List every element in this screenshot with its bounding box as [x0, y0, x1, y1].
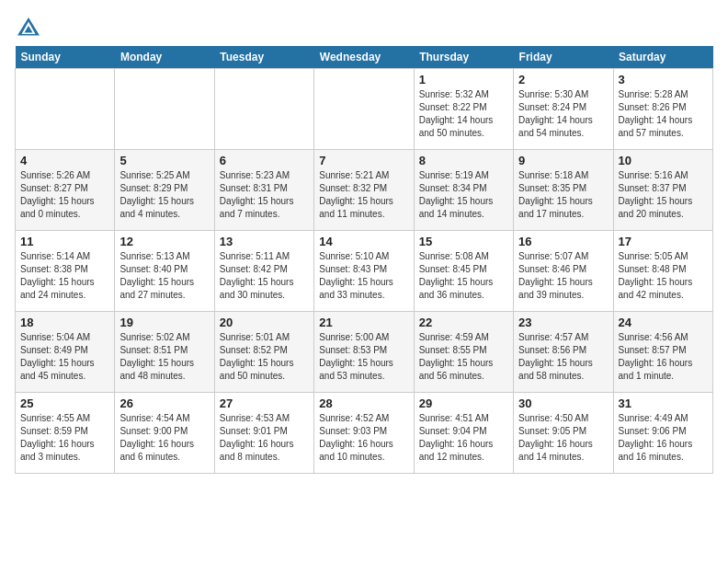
- day-number: 26: [119, 396, 209, 410]
- calendar-table: SundayMondayTuesdayWednesdayThursdayFrid…: [15, 46, 713, 474]
- weekday-monday: Monday: [115, 46, 214, 69]
- weekday-thursday: Thursday: [414, 46, 513, 69]
- logo: [15, 15, 46, 42]
- day-info: Sunrise: 4:59 AM Sunset: 8:55 PM Dayligh…: [419, 331, 508, 383]
- day-info: Sunrise: 5:01 AM Sunset: 8:52 PM Dayligh…: [220, 331, 309, 383]
- weekday-tuesday: Tuesday: [214, 46, 313, 69]
- calendar-cell: [314, 69, 414, 150]
- day-number: 29: [419, 396, 508, 410]
- calendar-cell: 11Sunrise: 5:14 AM Sunset: 8:38 PM Dayli…: [16, 231, 115, 312]
- day-number: 22: [419, 316, 508, 329]
- day-number: 31: [619, 396, 708, 410]
- day-number: 23: [518, 316, 608, 329]
- day-number: 6: [220, 154, 309, 167]
- calendar-cell: 3Sunrise: 5:28 AM Sunset: 8:26 PM Daylig…: [613, 69, 712, 150]
- day-number: 17: [619, 235, 708, 248]
- weekday-sunday: Sunday: [16, 46, 115, 69]
- calendar-cell: 15Sunrise: 5:08 AM Sunset: 8:45 PM Dayli…: [414, 231, 513, 312]
- calendar-cell: 30Sunrise: 4:50 AM Sunset: 9:05 PM Dayli…: [514, 393, 613, 474]
- day-info: Sunrise: 5:25 AM Sunset: 8:29 PM Dayligh…: [119, 169, 209, 221]
- day-info: Sunrise: 5:28 AM Sunset: 8:26 PM Dayligh…: [619, 88, 708, 140]
- day-info: Sunrise: 4:55 AM Sunset: 8:59 PM Dayligh…: [20, 412, 109, 464]
- calendar-cell: 19Sunrise: 5:02 AM Sunset: 8:51 PM Dayli…: [115, 312, 214, 393]
- day-number: 14: [319, 235, 408, 248]
- weekday-header-row: SundayMondayTuesdayWednesdayThursdayFrid…: [16, 46, 713, 69]
- day-number: 5: [119, 154, 209, 167]
- calendar-header: SundayMondayTuesdayWednesdayThursdayFrid…: [16, 46, 713, 69]
- day-info: Sunrise: 5:32 AM Sunset: 8:22 PM Dayligh…: [419, 88, 508, 140]
- day-info: Sunrise: 4:49 AM Sunset: 9:06 PM Dayligh…: [619, 412, 708, 464]
- calendar-cell: 29Sunrise: 4:51 AM Sunset: 9:04 PM Dayli…: [414, 393, 513, 474]
- day-info: Sunrise: 5:11 AM Sunset: 8:42 PM Dayligh…: [220, 250, 309, 302]
- calendar-cell: 12Sunrise: 5:13 AM Sunset: 8:40 PM Dayli…: [115, 231, 214, 312]
- day-info: Sunrise: 5:08 AM Sunset: 8:45 PM Dayligh…: [419, 250, 508, 302]
- day-info: Sunrise: 5:04 AM Sunset: 8:49 PM Dayligh…: [20, 331, 109, 383]
- day-number: 15: [419, 235, 508, 248]
- calendar-cell: 21Sunrise: 5:00 AM Sunset: 8:53 PM Dayli…: [314, 312, 414, 393]
- day-info: Sunrise: 4:57 AM Sunset: 8:56 PM Dayligh…: [518, 331, 608, 383]
- calendar-cell: 22Sunrise: 4:59 AM Sunset: 8:55 PM Dayli…: [414, 312, 513, 393]
- day-info: Sunrise: 5:14 AM Sunset: 8:38 PM Dayligh…: [20, 250, 109, 302]
- day-number: 8: [419, 154, 508, 167]
- day-info: Sunrise: 5:13 AM Sunset: 8:40 PM Dayligh…: [119, 250, 209, 302]
- day-info: Sunrise: 5:10 AM Sunset: 8:43 PM Dayligh…: [319, 250, 408, 302]
- calendar-cell: 5Sunrise: 5:25 AM Sunset: 8:29 PM Daylig…: [115, 150, 214, 231]
- day-info: Sunrise: 5:02 AM Sunset: 8:51 PM Dayligh…: [119, 331, 209, 383]
- calendar-cell: 17Sunrise: 5:05 AM Sunset: 8:48 PM Dayli…: [613, 231, 712, 312]
- calendar-cell: 28Sunrise: 4:52 AM Sunset: 9:03 PM Dayli…: [314, 393, 414, 474]
- day-info: Sunrise: 5:16 AM Sunset: 8:37 PM Dayligh…: [619, 169, 708, 221]
- calendar-week-1: 1Sunrise: 5:32 AM Sunset: 8:22 PM Daylig…: [16, 69, 713, 150]
- calendar-week-2: 4Sunrise: 5:26 AM Sunset: 8:27 PM Daylig…: [16, 150, 713, 231]
- day-info: Sunrise: 5:23 AM Sunset: 8:31 PM Dayligh…: [220, 169, 309, 221]
- day-number: 13: [220, 235, 309, 248]
- day-number: 21: [319, 316, 408, 329]
- day-number: 3: [619, 73, 708, 86]
- calendar-cell: 25Sunrise: 4:55 AM Sunset: 8:59 PM Dayli…: [16, 393, 115, 474]
- calendar-week-5: 25Sunrise: 4:55 AM Sunset: 8:59 PM Dayli…: [16, 393, 713, 474]
- day-info: Sunrise: 4:52 AM Sunset: 9:03 PM Dayligh…: [319, 412, 408, 464]
- day-number: 11: [20, 235, 109, 248]
- calendar-cell: 10Sunrise: 5:16 AM Sunset: 8:37 PM Dayli…: [613, 150, 712, 231]
- weekday-friday: Friday: [514, 46, 613, 69]
- day-info: Sunrise: 4:56 AM Sunset: 8:57 PM Dayligh…: [619, 331, 708, 383]
- day-number: 19: [119, 316, 209, 329]
- day-number: 27: [220, 396, 309, 410]
- day-number: 10: [619, 154, 708, 167]
- day-number: 4: [20, 154, 109, 167]
- calendar-body: 1Sunrise: 5:32 AM Sunset: 8:22 PM Daylig…: [16, 69, 713, 474]
- calendar-cell: 24Sunrise: 4:56 AM Sunset: 8:57 PM Dayli…: [613, 312, 712, 393]
- calendar-cell: 26Sunrise: 4:54 AM Sunset: 9:00 PM Dayli…: [115, 393, 214, 474]
- day-number: 2: [518, 73, 608, 86]
- day-number: 9: [518, 154, 608, 167]
- day-number: 25: [20, 396, 109, 410]
- day-number: 24: [619, 316, 708, 329]
- day-info: Sunrise: 5:30 AM Sunset: 8:24 PM Dayligh…: [518, 88, 608, 140]
- calendar-cell: 4Sunrise: 5:26 AM Sunset: 8:27 PM Daylig…: [16, 150, 115, 231]
- day-number: 30: [518, 396, 608, 410]
- day-info: Sunrise: 4:50 AM Sunset: 9:05 PM Dayligh…: [518, 412, 608, 464]
- calendar-cell: [214, 69, 313, 150]
- day-info: Sunrise: 4:51 AM Sunset: 9:04 PM Dayligh…: [419, 412, 508, 464]
- day-number: 28: [319, 396, 408, 410]
- calendar-cell: [16, 69, 115, 150]
- weekday-wednesday: Wednesday: [314, 46, 414, 69]
- calendar-cell: 8Sunrise: 5:19 AM Sunset: 8:34 PM Daylig…: [414, 150, 513, 231]
- day-info: Sunrise: 4:54 AM Sunset: 9:00 PM Dayligh…: [119, 412, 209, 464]
- calendar-cell: 7Sunrise: 5:21 AM Sunset: 8:32 PM Daylig…: [314, 150, 414, 231]
- logo-icon: [15, 15, 42, 42]
- calendar-cell: 31Sunrise: 4:49 AM Sunset: 9:06 PM Dayli…: [613, 393, 712, 474]
- calendar-cell: 18Sunrise: 5:04 AM Sunset: 8:49 PM Dayli…: [16, 312, 115, 393]
- calendar-cell: 16Sunrise: 5:07 AM Sunset: 8:46 PM Dayli…: [514, 231, 613, 312]
- day-info: Sunrise: 5:26 AM Sunset: 8:27 PM Dayligh…: [20, 169, 109, 221]
- day-info: Sunrise: 5:18 AM Sunset: 8:35 PM Dayligh…: [518, 169, 608, 221]
- calendar-cell: 13Sunrise: 5:11 AM Sunset: 8:42 PM Dayli…: [214, 231, 313, 312]
- calendar-week-4: 18Sunrise: 5:04 AM Sunset: 8:49 PM Dayli…: [16, 312, 713, 393]
- day-info: Sunrise: 5:19 AM Sunset: 8:34 PM Dayligh…: [419, 169, 508, 221]
- calendar-cell: [115, 69, 214, 150]
- calendar-cell: 1Sunrise: 5:32 AM Sunset: 8:22 PM Daylig…: [414, 69, 513, 150]
- calendar-week-3: 11Sunrise: 5:14 AM Sunset: 8:38 PM Dayli…: [16, 231, 713, 312]
- weekday-saturday: Saturday: [613, 46, 712, 69]
- day-number: 20: [220, 316, 309, 329]
- day-info: Sunrise: 5:07 AM Sunset: 8:46 PM Dayligh…: [518, 250, 608, 302]
- day-info: Sunrise: 5:00 AM Sunset: 8:53 PM Dayligh…: [319, 331, 408, 383]
